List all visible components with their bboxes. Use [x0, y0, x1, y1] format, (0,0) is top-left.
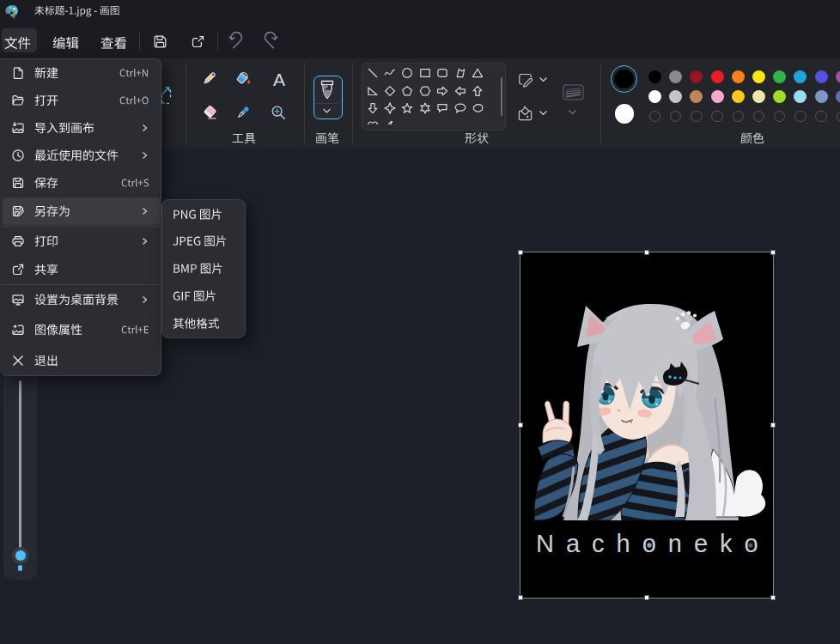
svg-text:Nachoneko: Nachoneko [536, 530, 770, 557]
